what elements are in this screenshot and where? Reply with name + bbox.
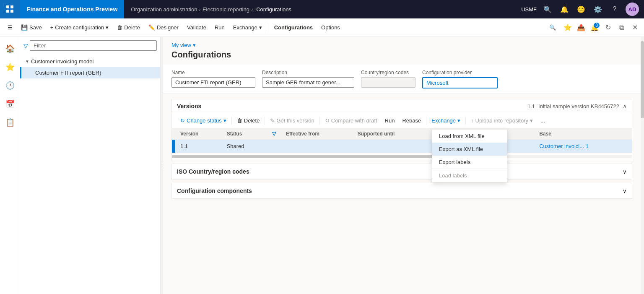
- right-scrollbar-thumb: [641, 41, 644, 118]
- refresh-icon[interactable]: ↻: [602, 22, 614, 34]
- version-desc: Initial sample version KB4456722: [538, 103, 619, 109]
- create-icon: +: [50, 24, 54, 31]
- country-field: Country/region codes: [361, 70, 415, 88]
- exchange-dropdown-button[interactable]: Exchange ▾: [428, 116, 464, 125]
- rebase-button[interactable]: Rebase: [399, 116, 424, 125]
- export-labels-label: Export labels: [439, 159, 470, 165]
- recent-icon[interactable]: 🕐: [2, 77, 18, 94]
- options-label: Options: [321, 24, 340, 31]
- exchange-dropdown-menu: Load from XML file Export as XML file Ex…: [432, 129, 507, 182]
- run-button[interactable]: Run: [210, 23, 229, 32]
- compare-with-draft-button[interactable]: ↻ Compare with draft: [322, 116, 381, 125]
- close-icon[interactable]: ✕: [629, 22, 641, 34]
- iso-section-header[interactable]: ISO Country/region codes ∨: [172, 164, 632, 179]
- vtb-sep-3: [319, 117, 320, 125]
- exchange-dropdown-chevron: ▾: [457, 117, 460, 124]
- col-filter-icon[interactable]: ▽: [267, 128, 281, 140]
- exchange-chevron-icon: ▾: [259, 24, 262, 31]
- calendar-icon[interactable]: 📅: [2, 96, 18, 112]
- scroll-thumb: [172, 155, 448, 158]
- designer-button[interactable]: ✏️ Designer: [144, 23, 183, 32]
- change-status-button[interactable]: ↻ Change status ▾: [177, 116, 230, 125]
- options-button[interactable]: Options: [317, 23, 344, 32]
- tree-child-item[interactable]: Customer FTI report (GER): [20, 67, 160, 78]
- content-panel: My view ▾ Configurations Name Descriptio…: [163, 37, 641, 294]
- description-label: Description: [262, 70, 354, 75]
- name-input[interactable]: [171, 77, 255, 88]
- more-options-button[interactable]: ...: [537, 116, 548, 125]
- breadcrumb-org-admin[interactable]: Organization administration: [131, 6, 197, 13]
- save-button[interactable]: 💾 Save: [17, 23, 46, 32]
- country-input[interactable]: [361, 77, 415, 88]
- configurations-nav-button[interactable]: Configurations: [270, 23, 317, 32]
- description-input[interactable]: [262, 77, 354, 88]
- edit-icon: ✎: [270, 117, 275, 124]
- search-icon[interactable]: 🔍: [542, 3, 553, 15]
- col-supported-until[interactable]: Supported until: [353, 128, 430, 140]
- cmd-separator: [268, 23, 268, 33]
- validate-button[interactable]: Validate: [183, 23, 210, 32]
- col-base[interactable]: Base: [534, 128, 632, 140]
- get-this-version-button[interactable]: ✎ Get this version: [267, 116, 317, 125]
- country-label: Country/region codes: [361, 70, 415, 75]
- app-title: Finance and Operations Preview: [20, 0, 124, 18]
- horizontal-scrollbar[interactable]: [172, 155, 632, 158]
- svg-rect-0: [6, 5, 9, 8]
- dropdown-load-xml[interactable]: Load from XML file: [432, 130, 507, 143]
- app-grid-button[interactable]: [0, 0, 20, 18]
- dropdown-export-labels[interactable]: Export labels: [432, 156, 507, 169]
- list-icon[interactable]: 📋: [2, 114, 18, 131]
- dropdown-export-xml[interactable]: Export as XML file: [432, 143, 507, 156]
- rebase-label: Rebase: [402, 117, 421, 124]
- col-status[interactable]: Status: [222, 128, 267, 140]
- settings-icon[interactable]: ⚙️: [592, 3, 604, 15]
- col-effective-from[interactable]: Effective from: [281, 128, 353, 140]
- breadcrumb-electronic-reporting[interactable]: Electronic reporting: [203, 6, 249, 13]
- avatar[interactable]: AD: [626, 3, 639, 16]
- designer-icon: ✏️: [148, 24, 155, 31]
- row-version: 1.1: [175, 140, 222, 153]
- vtb-sep-2: [265, 117, 265, 125]
- versions-delete-button[interactable]: 🗑 Delete: [234, 116, 263, 125]
- tree-parent-item[interactable]: ▼ Customer invoicing model: [20, 56, 160, 67]
- right-scrollbar[interactable]: [641, 37, 644, 294]
- open-new-window-icon[interactable]: ⧉: [615, 22, 627, 34]
- row-base[interactable]: Customer invoici... 1: [534, 140, 632, 153]
- change-status-label: Change status: [187, 117, 222, 124]
- tree-filter-input[interactable]: [30, 40, 157, 51]
- versions-run-button[interactable]: Run: [382, 116, 398, 125]
- badge-icon[interactable]: 0 🔔: [589, 22, 600, 34]
- provider-input[interactable]: [422, 77, 498, 88]
- smiley-icon[interactable]: 🙂: [575, 3, 587, 15]
- cmd-search-icon[interactable]: 🔍: [547, 22, 558, 34]
- refresh-icon: ↻: [180, 117, 185, 124]
- config-components-section: Configuration components ∨: [171, 183, 632, 199]
- open-in-new-icon[interactable]: 📤: [575, 22, 587, 34]
- filter-icon[interactable]: ▽: [23, 42, 28, 49]
- favorites-sidebar-icon[interactable]: ⭐: [2, 59, 18, 75]
- col-version[interactable]: Version: [175, 128, 222, 140]
- create-config-button[interactable]: + Create configuration ▾: [46, 23, 113, 32]
- versions-run-label: Run: [385, 117, 395, 124]
- favorites-icon[interactable]: ⭐: [562, 22, 574, 34]
- versions-collapse-button[interactable]: ∧: [623, 103, 627, 109]
- exchange-button[interactable]: Exchange ▾: [229, 23, 266, 32]
- row-indicator-cell: [172, 140, 175, 153]
- table-row[interactable]: 1.1 Shared 7/31/2018 5:51:01 AM Customer…: [172, 140, 632, 153]
- hamburger-menu-button[interactable]: ☰: [3, 23, 17, 32]
- provider-field: Configuration provider: [422, 70, 498, 88]
- validate-label: Validate: [187, 24, 206, 31]
- change-status-chevron: ▾: [223, 117, 226, 124]
- delete-button[interactable]: 🗑 Delete: [113, 23, 144, 32]
- tree-child-label: Customer FTI report (GER): [35, 70, 101, 76]
- notification-icon[interactable]: 🔔: [558, 3, 570, 15]
- command-bar: ☰ 💾 Save + Create configuration ▾ 🗑 Dele…: [0, 18, 644, 37]
- upload-into-repository-button[interactable]: ↑ Upload into repository ▾: [467, 116, 536, 125]
- home-icon[interactable]: 🏠: [2, 40, 18, 57]
- my-view-selector[interactable]: My view ▾: [171, 42, 632, 48]
- create-chevron-icon: ▾: [106, 24, 109, 31]
- name-label: Name: [171, 70, 255, 75]
- row-status: Shared: [222, 140, 267, 153]
- help-icon[interactable]: ?: [609, 3, 621, 15]
- config-components-header[interactable]: Configuration components ∨: [172, 183, 632, 198]
